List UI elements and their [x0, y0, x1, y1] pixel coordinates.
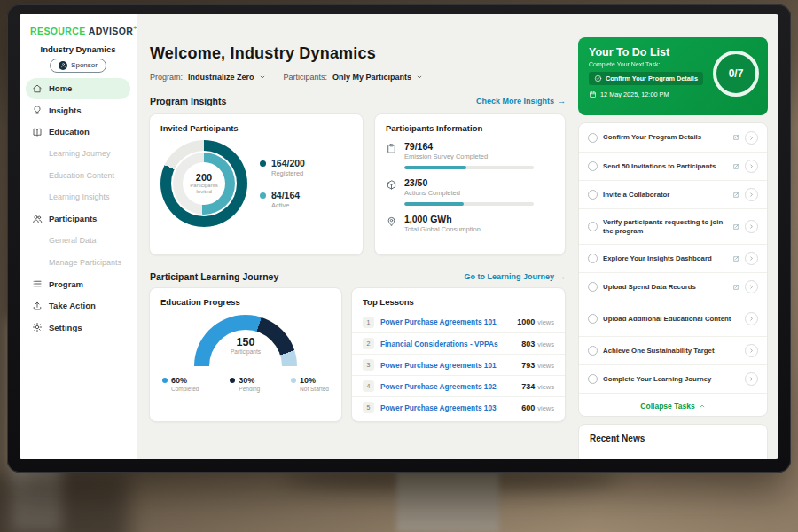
collapse-tasks-link[interactable]: Collapse Tasks: [579, 393, 767, 417]
card-title: Invited Participants: [150, 114, 363, 133]
todo-due-text: 12 May 2025, 12:00 PM: [600, 90, 669, 98]
check-circle-icon: [594, 74, 602, 82]
lesson-views: 734: [521, 382, 535, 391]
upload-icon: [32, 301, 43, 311]
task-label: Complete Your Learning Journey: [603, 375, 739, 384]
lesson-views-unit: views: [537, 362, 554, 370]
task-checkbox[interactable]: [588, 190, 598, 200]
task-row[interactable]: Complete Your Learning Journey: [579, 364, 767, 393]
top-lessons-card: Top Lessons 1 Power Purchase Agreements …: [351, 287, 566, 422]
task-chevron-button[interactable]: [745, 220, 758, 233]
invited-donut-chart: 200 Participants Invited: [160, 140, 247, 227]
task-chevron-button[interactable]: [745, 131, 758, 145]
sidebar-item-learning-insights[interactable]: Learning Insights: [26, 186, 130, 208]
task-checkbox[interactable]: [588, 222, 598, 231]
task-chevron-button[interactable]: [745, 160, 758, 173]
sidebar-item-general-data[interactable]: General Data: [26, 230, 130, 252]
sidebar-item-take-action[interactable]: Take Action: [26, 295, 130, 317]
program-select-label: Program:: [150, 73, 183, 82]
task-chevron-button[interactable]: [745, 252, 758, 265]
sidebar-item-label: Participants: [49, 214, 97, 223]
lesson-views-unit: views: [537, 404, 554, 412]
sidebar-nav: Home Insights Education Learning Journey…: [20, 78, 137, 339]
legend-item-active: 84/164 Active: [260, 190, 305, 209]
lesson-row[interactable]: 3 Power Purchase Agreements 101 793views: [352, 354, 565, 375]
sidebar-item-settings[interactable]: Settings: [26, 317, 130, 339]
lesson-link[interactable]: Power Purchase Agreements 102: [380, 382, 515, 391]
lesson-link[interactable]: Power Purchase Agreements 103: [380, 403, 515, 412]
task-checkbox[interactable]: [588, 254, 598, 263]
education-gauge-chart: 150 Participants: [194, 315, 297, 370]
external-link-icon: [732, 163, 739, 170]
task-row[interactable]: Upload Additional Educational Content: [579, 301, 767, 336]
task-row[interactable]: Confirm Your Program Details: [579, 123, 767, 152]
task-row[interactable]: Verify participants requesting to join t…: [579, 208, 767, 244]
gauge-legend-dot: [230, 378, 235, 383]
chevron-up-icon: [699, 403, 706, 410]
task-row[interactable]: Upload Spend Data Records: [579, 272, 767, 301]
task-checkbox[interactable]: [588, 133, 598, 143]
gauge-legend-dot: [291, 378, 296, 383]
program-select[interactable]: Industrialize Zero: [188, 73, 266, 82]
task-chevron-button[interactable]: [745, 280, 758, 293]
lesson-link[interactable]: Financial Considerations - VPPAs: [380, 340, 515, 348]
lesson-row[interactable]: 5 Power Purchase Agreements 103 600views: [352, 396, 565, 418]
task-chevron-button[interactable]: [745, 312, 758, 325]
task-checkbox[interactable]: [588, 374, 598, 384]
role-badge-label: Sponsor: [71, 61, 98, 69]
task-chevron-button[interactable]: [745, 344, 758, 357]
task-label: Invite a Collaborator: [603, 191, 727, 200]
donut-center: 200 Participants Invited: [183, 162, 225, 205]
task-checkbox[interactable]: [588, 161, 598, 171]
task-chevron-button[interactable]: [745, 188, 758, 201]
sidebar-item-learning-journey[interactable]: Learning Journey: [26, 143, 130, 165]
sidebar-item-program[interactable]: Program: [26, 273, 130, 295]
calendar-icon: [589, 90, 597, 98]
task-checkbox[interactable]: [588, 282, 598, 292]
lesson-row[interactable]: 2 Financial Considerations - VPPAs 803vi…: [352, 332, 565, 354]
next-task-pill[interactable]: Confirm Your Program Details: [589, 72, 703, 85]
donut-legend: 164/200 Registered 84/164 Active: [260, 158, 305, 209]
task-checkbox[interactable]: [588, 346, 598, 356]
sidebar-item-education[interactable]: Education: [26, 121, 130, 144]
go-to-learning-journey-link[interactable]: Go to Learning Journey →: [464, 272, 566, 281]
stat-progress-track: [404, 202, 534, 206]
org-name: Industry Dynamics: [20, 44, 137, 54]
stat-label: Total Global Consumption: [404, 225, 481, 233]
task-row[interactable]: Explore Your Insights Dashboard: [579, 244, 767, 272]
sidebar-item-label: Education: [49, 127, 90, 137]
task-chevron-button[interactable]: [745, 372, 758, 386]
legend-label: Not Started: [300, 386, 329, 392]
gauge-center-label: Participants: [194, 348, 297, 355]
lesson-link[interactable]: Power Purchase Agreements 101: [380, 317, 511, 326]
sidebar-item-manage-participants[interactable]: Manage Participants: [26, 252, 130, 274]
sidebar-item-participants[interactable]: Participants: [26, 208, 130, 231]
task-row[interactable]: Achieve One Sustainability Target: [579, 336, 767, 364]
role-badge[interactable]: Sponsor: [50, 59, 106, 73]
monitor-stand: [396, 471, 499, 532]
lesson-views-unit: views: [537, 340, 554, 348]
task-row[interactable]: Send 50 Invitations to Participants: [579, 152, 767, 180]
app-logo: RESOURCE ADVISOR+: [20, 14, 137, 38]
lesson-row[interactable]: 1 Power Purchase Agreements 101 1000view…: [352, 311, 565, 332]
legend-item-not-started: 10% Not Started: [291, 376, 329, 392]
check-more-insights-link[interactable]: Check More Insights →: [476, 97, 566, 106]
participants-select[interactable]: Only My Participants: [332, 73, 423, 82]
lesson-views-unit: views: [537, 318, 554, 326]
task-checkbox[interactable]: [588, 314, 598, 324]
invited-participants-card: Invited Participants 200 Participants In…: [149, 113, 364, 255]
donut-legend-dot: [260, 160, 266, 167]
sidebar-item-home[interactable]: Home: [26, 78, 130, 100]
external-link-icon: [732, 284, 739, 291]
lesson-link[interactable]: Power Purchase Agreements 101: [380, 361, 515, 370]
sidebar-item-insights[interactable]: Insights: [26, 99, 130, 121]
sidebar-item-education-content[interactable]: Education Content: [26, 165, 130, 187]
sidebar-item-label: Settings: [49, 323, 82, 332]
link-label: Go to Learning Journey: [464, 272, 554, 281]
card-title: Education Progress: [150, 288, 341, 307]
lesson-row[interactable]: 4 Power Purchase Agreements 102 734views: [352, 375, 565, 396]
legend-label: Completed: [171, 386, 199, 392]
task-row[interactable]: Invite a Collaborator: [579, 180, 767, 208]
gauge-center-value: 150: [194, 336, 297, 348]
chevron-right-icon: [748, 316, 755, 322]
